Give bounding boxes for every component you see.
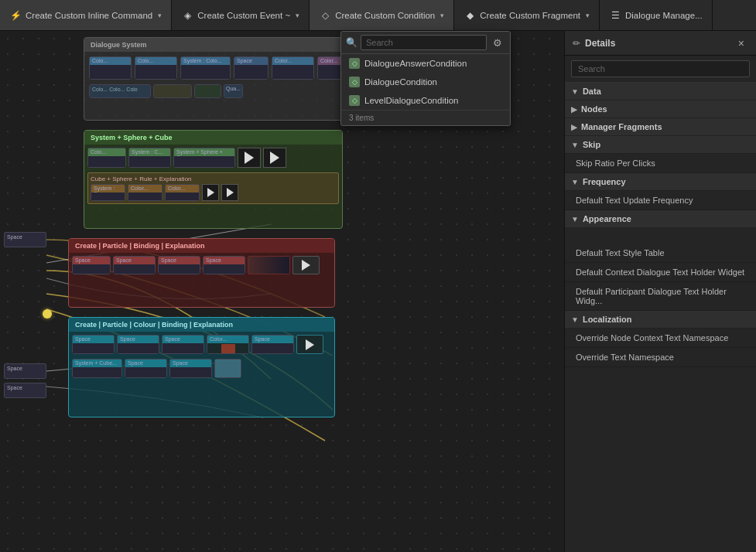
toolbar-btn-dialogue-manager[interactable]: ☰ Dialogue Manage...: [600, 0, 713, 30]
section-content-localization: Override Node Context Text Namespace Ove…: [565, 329, 756, 367]
section-header-manager-fragments[interactable]: ▶ Manager Fragments: [565, 118, 756, 136]
section-header-nodes[interactable]: ▶ Nodes: [565, 101, 756, 118]
toolbar-btn-custom-event[interactable]: ◈ Create Custom Event ~ ▾: [172, 0, 310, 30]
section-content-frequency: Default Text Update Frequency: [565, 191, 756, 210]
bp-node: System : C...: [128, 148, 171, 168]
pencil-icon: ✏: [573, 38, 580, 49]
left-node-3: Space: [4, 383, 46, 398]
section-arrow-appearance: ▼: [571, 215, 579, 223]
section-label-manager-fragments: Manager Fragments: [581, 122, 662, 131]
text-style-table-label: Default Text Style Table: [576, 248, 665, 257]
section-arrow-nodes: ▶: [571, 105, 577, 114]
dropdown-item-1[interactable]: ◇ DialogueCondition: [341, 73, 510, 91]
bp-node: Color...: [272, 56, 314, 80]
chevron-icon-3: ▾: [586, 12, 590, 19]
section-header-frequency[interactable]: ▼ Frequency: [565, 173, 756, 191]
section-content-skip: Skip Ratio Per Clicks: [565, 154, 756, 173]
participant-dialogue-label: Default Participant Dialogue Text Holder…: [576, 287, 727, 305]
bp-node: Color...: [128, 184, 162, 201]
bp-node: System + Cube...: [72, 359, 122, 378]
bp-node: Space: [251, 335, 294, 354]
bp-node: Space: [125, 359, 167, 378]
dropdown-count: 3 items: [341, 110, 510, 125]
toolbar-btn-custom-event-label: Create Custom Event ~: [197, 11, 290, 20]
dropdown-search-input[interactable]: [361, 35, 487, 50]
dropdown-search-icon: 🔍: [346, 37, 357, 48]
dropdown-item-2[interactable]: ◇ LevelDialogueCondition: [341, 91, 510, 110]
section-label-skip: Skip: [583, 140, 600, 149]
chevron-icon-0: ▾: [158, 12, 162, 19]
details-title: Details: [585, 38, 730, 49]
details-content: ▼ Data ▶ Nodes ▶ Manager Fragments ▼ Ski…: [565, 83, 756, 552]
toolbar-btn-custom-fragment-label: Create Custom Fragment: [480, 11, 580, 20]
left-node-2: Space: [4, 363, 46, 379]
dropdown-item-label-2: LevelDialogueCondition: [364, 96, 458, 105]
chevron-icon-1: ▾: [296, 12, 299, 19]
bp-node: Colo...: [135, 56, 177, 80]
detail-row-participant-dialogue[interactable]: Default Participant Dialogue Text Holder…: [565, 282, 756, 311]
section-label-data: Data: [583, 87, 601, 96]
section-header-localization[interactable]: ▼ Localization: [565, 311, 756, 329]
detail-row-context-dialogue[interactable]: Default Context Dialogue Text Holder Wid…: [565, 263, 756, 282]
context-dialogue-label: Default Context Dialogue Text Holder Wid…: [576, 267, 744, 277]
bp-group-4: Create | Particle | Binding | Explanatio…: [68, 238, 335, 308]
condition-dropdown: 🔍 ⚙ ◇ DialogueAnswerCondition ◇ Dialogue…: [340, 31, 511, 126]
bp-node: System + Sphere + C...: [173, 148, 235, 168]
skip-ratio-label: Skip Ratio Per Clicks: [576, 158, 655, 168]
bp-node: Space: [162, 335, 204, 354]
toolbar-btn-custom-condition[interactable]: ◇ Create Custom Condition ▾: [310, 0, 454, 30]
bp-node: Space: [158, 256, 200, 274]
section-header-appearance[interactable]: ▼ Appearence: [565, 210, 756, 228]
details-search-input[interactable]: [571, 60, 750, 77]
yellow-dot-node: [43, 309, 52, 319]
detail-row-override-text-ns[interactable]: Override Text Namespace: [565, 348, 756, 367]
dropdown-gear-button[interactable]: ⚙: [490, 36, 505, 50]
bp-node: Colo...: [87, 148, 126, 168]
text-update-freq-label: Default Text Update Frequency: [576, 196, 693, 205]
details-search-row: [565, 56, 756, 83]
bp-node: Space: [117, 335, 159, 354]
bp-node: Space: [113, 256, 156, 274]
custom-condition-icon: ◇: [319, 9, 331, 22]
bp-group-2: System + Sphere + Cube Colo... System : …: [84, 130, 343, 229]
toolbar-btn-custom-fragment[interactable]: ◆ Create Custom Fragment ▾: [454, 0, 600, 30]
bp-node: Space: [169, 359, 212, 378]
custom-event-icon: ◈: [181, 9, 193, 22]
details-header: ✏ Details ×: [565, 31, 756, 56]
section-label-frequency: Frequency: [583, 177, 626, 186]
bp-node: Space: [72, 256, 111, 274]
detail-row-text-style-table[interactable]: Default Text Style Table: [565, 244, 756, 263]
section-header-data[interactable]: ▼ Data: [565, 83, 756, 101]
bp-group-4-header: Create | Particle | Binding | Explanatio…: [69, 239, 334, 253]
custom-fragment-icon: ◆: [464, 9, 476, 22]
dropdown-item-0[interactable]: ◇ DialogueAnswerCondition: [341, 54, 510, 73]
bp-node: System : C...: [91, 184, 125, 201]
dialogue-manager-icon: ☰: [609, 9, 621, 22]
detail-row-node-context-ns[interactable]: Override Node Context Text Namespace: [565, 329, 756, 348]
details-panel: ✏ Details × ▼ Data ▶ Nodes ▶ Manager Fra…: [564, 31, 756, 552]
dropdown-item-icon-1: ◇: [349, 77, 360, 87]
toolbar-btn-inline-command[interactable]: ⚡ Create Custom Inline Command ▾: [0, 0, 172, 30]
section-label-nodes: Nodes: [581, 104, 607, 114]
section-arrow-data: ▼: [571, 87, 579, 96]
left-node-1: Space: [4, 232, 46, 247]
detail-row-text-update-freq[interactable]: Default Text Update Frequency: [565, 191, 756, 210]
detail-row-skip-ratio[interactable]: Skip Ratio Per Clicks: [565, 154, 756, 173]
inline-command-icon: ⚡: [9, 9, 22, 22]
bp-node: [153, 84, 192, 98]
bp-node: Colo...: [89, 56, 132, 80]
bp-node: Color...: [165, 184, 200, 201]
details-close-button[interactable]: ×: [734, 36, 748, 51]
chevron-icon-2: ▾: [440, 12, 444, 19]
override-text-ns-label: Override Text Namespace: [576, 353, 674, 362]
section-header-skip[interactable]: ▼ Skip: [565, 136, 756, 154]
bp-node: Colo... Colo... Colo: [89, 84, 151, 98]
dropdown-item-icon-2: ◇: [349, 95, 360, 106]
bp-node: Qua...: [224, 84, 243, 98]
toolbar-btn-inline-command-label: Create Custom Inline Command: [26, 11, 152, 20]
bp-node: Space: [72, 335, 115, 354]
bp-node: System : Colo...: [180, 56, 231, 80]
bp-node: [194, 84, 221, 98]
toolbar-btn-dialogue-manager-label: Dialogue Manage...: [625, 11, 703, 20]
section-label-appearance: Appearence: [583, 214, 631, 223]
